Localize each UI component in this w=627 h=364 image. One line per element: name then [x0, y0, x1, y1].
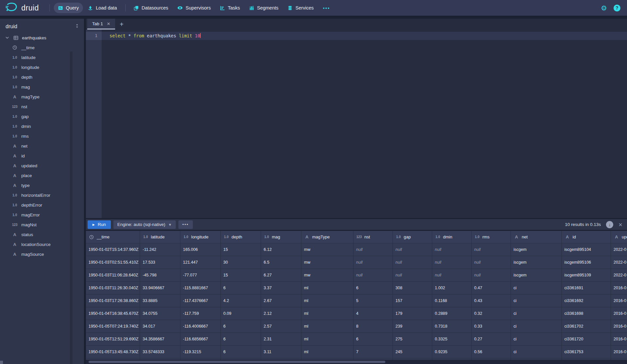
nav-item-tasks[interactable]: Tasks [216, 3, 244, 13]
table-cell-updated[interactable]: 2016-0 [611, 333, 627, 346]
table-cell-updated[interactable]: 2022-0 [611, 269, 627, 282]
column-header-longitude[interactable]: 1.0longitude [180, 231, 221, 243]
table-cell-rms[interactable]: 0.56 [472, 346, 511, 358]
table-cell-id[interactable]: ci3361720 [562, 333, 611, 346]
druid-logo[interactable]: druid [0, 2, 39, 14]
table-cell-latitude[interactable]: 33.8885 [140, 294, 180, 307]
table-cell-longitude[interactable]: 165.006 [180, 243, 221, 256]
table-cell-latitude[interactable]: -45.798 [140, 269, 180, 282]
table-cell-__time[interactable]: 1950-01-03T11:06:28.640Z [86, 269, 140, 282]
sidebar-item-earthquakes[interactable]: earthquakes [0, 33, 84, 43]
table-cell-nst[interactable]: 4 [354, 307, 393, 320]
settings-gear-icon[interactable]: ⚙ [601, 5, 607, 11]
table-cell-gap[interactable]: 245 [393, 346, 432, 358]
help-icon[interactable]: ? [614, 5, 620, 11]
table-cell-net[interactable]: ci [511, 282, 562, 294]
table-cell-magType[interactable]: ml [301, 282, 354, 294]
sql-code-line[interactable]: select * from earthquakes limit 10 [110, 33, 201, 38]
table-cell-id[interactable]: ci3361691 [562, 282, 611, 294]
table-cell-updated[interactable]: 2016-0 [611, 307, 627, 320]
table-cell-mag[interactable]: 6.5 [261, 256, 301, 269]
run-button[interactable]: ▶ Run [88, 220, 111, 229]
table-cell-__time[interactable]: 1950-01-03T02:51:55.410Z [86, 256, 140, 269]
tab-close-icon[interactable]: × [107, 21, 110, 27]
table-cell-net[interactable]: iscgem [511, 243, 562, 256]
table-cell-depth[interactable]: 6 [221, 346, 261, 358]
table-cell-dmin[interactable]: 0.9235 [432, 346, 472, 358]
table-cell-id[interactable]: iscgem895106 [562, 256, 611, 269]
table-cell-depth[interactable]: 6 [221, 282, 261, 294]
table-cell-net[interactable]: iscgem [511, 269, 562, 282]
table-cell-nst[interactable]: 6 [354, 282, 393, 294]
table-cell-dmin[interactable]: 0.3325 [432, 333, 472, 346]
table-cell-depth[interactable]: 30 [221, 256, 261, 269]
table-cell-depth[interactable]: 15 [221, 269, 261, 282]
table-cell-gap[interactable]: 275 [393, 333, 432, 346]
table-cell-net[interactable]: ci [511, 294, 562, 307]
table-cell-__time[interactable]: 1950-01-05T12:51:29.690Z [86, 333, 140, 346]
download-icon[interactable]: ↓ [606, 221, 613, 228]
table-cell-rms[interactable]: 0.27 [472, 333, 511, 346]
table-cell-net[interactable]: ci [511, 307, 562, 320]
column-header-gap[interactable]: 1.0gap [393, 231, 432, 243]
table-cell-latitude[interactable]: -11.242 [140, 243, 180, 256]
table-cell-__time[interactable]: 1950-01-03T11:26:30.040Z [86, 282, 140, 294]
column-header-mag[interactable]: 1.0mag [261, 231, 301, 243]
column-header-id[interactable]: Aid [562, 231, 611, 243]
double-caret-sort-icon[interactable] [75, 24, 79, 30]
table-cell-gap[interactable]: 157 [393, 294, 432, 307]
column-header-dmin[interactable]: 1.0dmin [432, 231, 472, 243]
table-cell-rms[interactable]: 0.33 [472, 320, 511, 333]
nav-item-services[interactable]: Services [283, 3, 318, 13]
table-cell-net[interactable]: ci [511, 320, 562, 333]
column-header-net[interactable]: Anet [511, 231, 562, 243]
table-cell-longitude[interactable]: -77.077 [180, 269, 221, 282]
table-cell-id[interactable]: ci3361692 [562, 294, 611, 307]
table-cell-updated[interactable]: 2022-0 [611, 243, 627, 256]
table-cell-net[interactable]: ci [511, 346, 562, 358]
table-cell-updated[interactable]: 2022-0 [611, 256, 627, 269]
table-cell-dmin[interactable]: null [432, 243, 472, 256]
table-cell-updated[interactable]: 2016-0 [611, 346, 627, 358]
table-cell-mag[interactable]: 3.11 [261, 346, 301, 358]
table-cell-id[interactable]: iscgem895104 [562, 243, 611, 256]
table-cell-mag[interactable]: 3.37 [261, 282, 301, 294]
table-cell-mag[interactable]: 6.12 [261, 243, 301, 256]
table-cell-magType[interactable]: ml [301, 333, 354, 346]
table-cell-depth[interactable]: 6 [221, 333, 261, 346]
table-cell-nst[interactable]: 7 [354, 346, 393, 358]
column-header-depth[interactable]: 1.0depth [221, 231, 261, 243]
table-cell-__time[interactable]: 1950-01-04T16:38:45.670Z [86, 307, 140, 320]
column-header-rms[interactable]: 1.0rms [472, 231, 511, 243]
table-cell-dmin[interactable]: null [432, 269, 472, 282]
add-tab-button[interactable]: + [120, 21, 124, 30]
sidebar-item-__time[interactable]: __time [0, 43, 84, 52]
table-cell-gap[interactable]: null [393, 269, 432, 282]
table-cell-rms[interactable]: null [472, 243, 511, 256]
table-cell-magType[interactable]: ml [301, 320, 354, 333]
table-cell-latitude[interactable]: 34.3586667 [140, 333, 180, 346]
table-cell-net[interactable]: iscgem [511, 256, 562, 269]
table-cell-mag[interactable]: 2.57 [261, 320, 301, 333]
table-cell-dmin[interactable]: 0.7318 [432, 320, 472, 333]
horizontal-scrollbar-thumb[interactable] [89, 361, 385, 363]
table-cell-longitude[interactable]: -117.4376667 [180, 294, 221, 307]
table-cell-longitude[interactable]: 121.447 [180, 256, 221, 269]
table-cell-__time[interactable]: 1950-01-02T15:14:37.960Z [86, 243, 140, 256]
table-cell-longitude[interactable]: -116.4006667 [180, 320, 221, 333]
table-cell-latitude[interactable]: 17.533 [140, 256, 180, 269]
nav-item-supervisors[interactable]: Supervisors [173, 3, 215, 13]
table-cell-latitude[interactable]: 34.017 [140, 320, 180, 333]
nav-more-button[interactable]: ••• [319, 3, 334, 13]
nav-item-load-data[interactable]: Load data [84, 3, 121, 13]
table-cell-gap[interactable]: 179 [393, 307, 432, 320]
table-cell-magType[interactable]: mw [301, 243, 354, 256]
table-cell-magType[interactable]: mw [301, 269, 354, 282]
table-cell-__time[interactable]: 1950-01-03T17:26:38.860Z [86, 294, 140, 307]
table-cell-longitude[interactable]: -119.3215 [180, 346, 221, 358]
table-cell-magType[interactable]: ml [301, 346, 354, 358]
table-cell-rms[interactable]: null [472, 256, 511, 269]
table-cell-latitude[interactable]: 34.0755 [140, 307, 180, 320]
table-cell-dmin[interactable]: 0.2889 [432, 307, 472, 320]
table-cell-nst[interactable]: 6 [354, 333, 393, 346]
